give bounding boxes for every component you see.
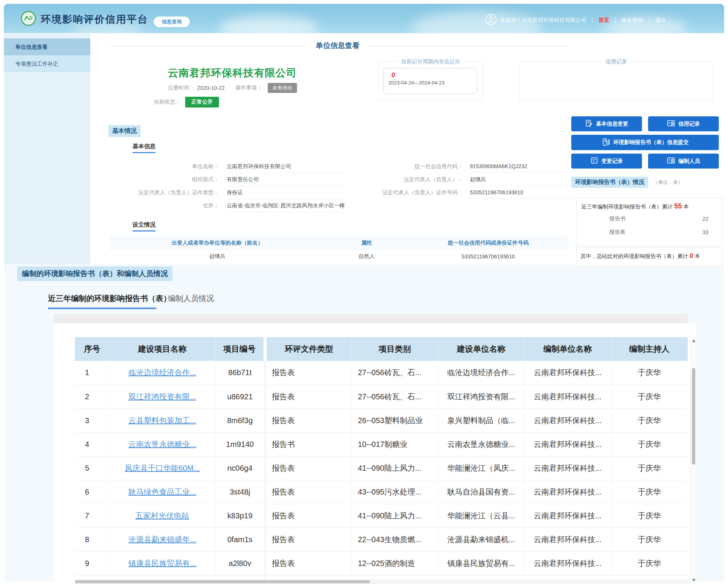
project-name-link[interactable]: 凤庆县干口华能60M...	[125, 464, 200, 472]
scroll-up-arrow-icon[interactable]	[692, 339, 696, 342]
table-cell: 于庆华	[611, 528, 688, 551]
vertical-scrollbar-thumb[interactable]	[692, 368, 695, 465]
table-cell: 镇康县民族贸易有...	[438, 551, 524, 575]
table-cell: u86921	[215, 385, 265, 409]
table-cell: 云县塑料包装加工...	[109, 409, 215, 432]
person-card-icon	[667, 119, 675, 128]
table-cell: 3st48j	[215, 480, 265, 504]
project-name-link[interactable]: 云县塑料包装加工...	[128, 416, 196, 425]
table-cell: 86b71t	[215, 361, 265, 385]
stats-row: 报告书 22	[577, 212, 722, 225]
vertical-scrollbar[interactable]	[690, 337, 696, 584]
top-banner: 环境影响评价信用平台 信息查询 欢迎您！云南君邦环保科技有限公司 ｜ 首页 ｜ …	[4, 4, 724, 33]
credit-record-panel: 信用记录	[519, 61, 713, 101]
tab-basic-info[interactable]: 基本信息	[133, 143, 156, 153]
tab-content-divider	[54, 314, 688, 323]
org-form-value: 有限责任公司	[227, 176, 346, 186]
table-cell: 3	[75, 409, 109, 432]
reports-table: 序号建设项目名称项目编号环评文件类型项目类别建设单位名称编制单位名称编制主持人 …	[75, 337, 688, 584]
scroll-down-arrow-icon[interactable]	[692, 579, 696, 582]
report-stats-box: 近三年编制环境影响报告书（表）累计55本 报告书 22 报告表 33	[576, 198, 722, 246]
table-cell: 1	[75, 361, 109, 385]
project-name-link[interactable]: 云南农垦永德糖业...	[128, 440, 196, 448]
sidebar: 单位信息查看 专项整治工作补正	[4, 34, 90, 264]
table-cell: 耿马绿色食品工业...	[109, 480, 215, 504]
table-cell: 凤庆县干口华能60M...	[109, 456, 215, 480]
stats-total-suffix: 本	[683, 203, 689, 210]
document-edit-icon	[585, 119, 593, 128]
brand: 环境影响评价信用平台	[21, 11, 148, 28]
nav-separator: ｜	[646, 17, 652, 24]
field-label: 住所：	[109, 202, 219, 209]
establishment-header-row: 出资人或者举办单位等的名称（姓名） 属性 统一社会信用代码或身份证件号码	[109, 236, 569, 250]
nav-change-password-link[interactable]: 修改密码	[621, 17, 643, 24]
horizontal-scrollbar-thumb[interactable]	[75, 580, 370, 583]
table-cell: 6	[75, 480, 109, 504]
table-cell: 4	[75, 432, 109, 456]
table-cell: 报告表	[265, 528, 352, 551]
project-name-link[interactable]: 临沧边境经济合作...	[128, 368, 196, 377]
register-time-label: 注册时间：	[168, 84, 195, 91]
table-cell: 27--056砖瓦、石...	[352, 361, 438, 385]
stats-total-line: 近三年编制环境影响报告书（表）累计55本	[577, 199, 722, 212]
project-name-link[interactable]: 五家村光伏电站	[136, 511, 189, 520]
table-row: 6耿马绿色食品工业...3st48j报告表43--095污水处理...耿马自治县…	[75, 480, 688, 504]
sidebar-item-unit-info[interactable]: 单位信息查看	[4, 38, 90, 55]
table-cell: 云南农垦永德糖业...	[438, 432, 524, 456]
project-name-link[interactable]: 双江祥鸿投资有限...	[128, 392, 196, 401]
platform-title: 环境影响评价信用平台	[41, 13, 148, 26]
change-record-button[interactable]: 变更记录	[571, 154, 642, 169]
project-name-link[interactable]: 耿马绿色食品工业...	[128, 488, 196, 496]
table-cell: 于庆华	[611, 480, 688, 504]
info-query-button[interactable]: 信息查询	[154, 17, 190, 27]
basic-section-label: 基本情况	[108, 125, 141, 137]
table-cell: 12--025酒的制造	[352, 551, 438, 575]
page-title-row: 单位信息查看	[108, 41, 568, 51]
table-cell: 2	[75, 385, 109, 409]
horizontal-scrollbar[interactable]	[75, 579, 690, 584]
report-submit-button[interactable]: 环境影响报告书（表）信息提交	[571, 135, 719, 150]
nav-home-link[interactable]: 首页	[599, 17, 609, 24]
credit-record-button[interactable]: 信用记录	[648, 116, 719, 131]
welcome-text: 欢迎您！云南君邦环保科技有限公司	[500, 17, 586, 24]
table-cell: 华能澜沧江（云县...	[438, 504, 524, 528]
column-header: 项目编号	[215, 337, 265, 361]
tab-recent-reports[interactable]: 近三年编制的环境影响报告书（表）	[48, 293, 171, 304]
company-name: 云南君邦环保科技有限公司	[109, 66, 355, 80]
nav-logout-link[interactable]: 退出	[655, 17, 666, 24]
score-panel-legend: 当前记分周期内失信记分	[397, 58, 464, 65]
project-name-link[interactable]: 镇康县民族贸易有...	[128, 559, 196, 567]
tab-compile-staff[interactable]: 编制人员情况	[168, 293, 214, 304]
current-status-label: 当前状态：	[154, 99, 181, 106]
project-name-link[interactable]: 沧源县勐来锦盛年...	[128, 535, 196, 544]
sidebar-item-rectification[interactable]: 专项整治工作补正	[4, 55, 90, 72]
investor-id-number: 533521196706193610	[408, 250, 569, 263]
score-period: 2023-04-24—2024-04-23	[388, 80, 477, 86]
stats-total-value: 55	[673, 202, 683, 210]
table-cell: 8	[75, 528, 109, 551]
tab-establishment[interactable]: 设立情况	[133, 221, 156, 232]
score-card: 0 2023-04-24—2024-04-23	[383, 68, 477, 94]
operation-items-label: 操作事项：	[235, 84, 262, 91]
compile-staff-button[interactable]: 编制人员	[648, 154, 719, 169]
column-header: 序号	[75, 337, 109, 361]
column-header: 项目类别	[352, 337, 438, 361]
table-cell: 报告表	[265, 409, 352, 432]
id-number-value: 533521196706193610	[470, 189, 579, 199]
field-label: 法定代表人（负责人）证件类型：	[109, 189, 219, 196]
table-cell: 9	[75, 551, 109, 575]
table-cell: 于庆华	[611, 409, 688, 432]
table-cell: 双江祥鸿投资有限...	[109, 385, 215, 409]
table-cell: 于庆华	[611, 432, 688, 456]
stats-row-label: 报告表	[609, 229, 625, 236]
table-cell: 沧源县勐来锦盛年...	[109, 528, 215, 551]
stats-other-value: 0	[688, 252, 695, 260]
field-label: 组织形式：	[109, 176, 219, 183]
investor-attribute: 自然人	[325, 250, 408, 263]
table-cell: 5	[75, 456, 109, 480]
investor-name: 赵继兵	[109, 250, 325, 263]
field-label: 法定代表人（负责人）证件号码：	[367, 189, 463, 196]
platform-logo-icon	[21, 11, 36, 28]
page: 环境影响评价信用平台 信息查询 欢迎您！云南君邦环保科技有限公司 ｜ 首页 ｜ …	[0, 0, 728, 584]
basic-info-change-button[interactable]: 基本信息变更	[571, 116, 642, 131]
